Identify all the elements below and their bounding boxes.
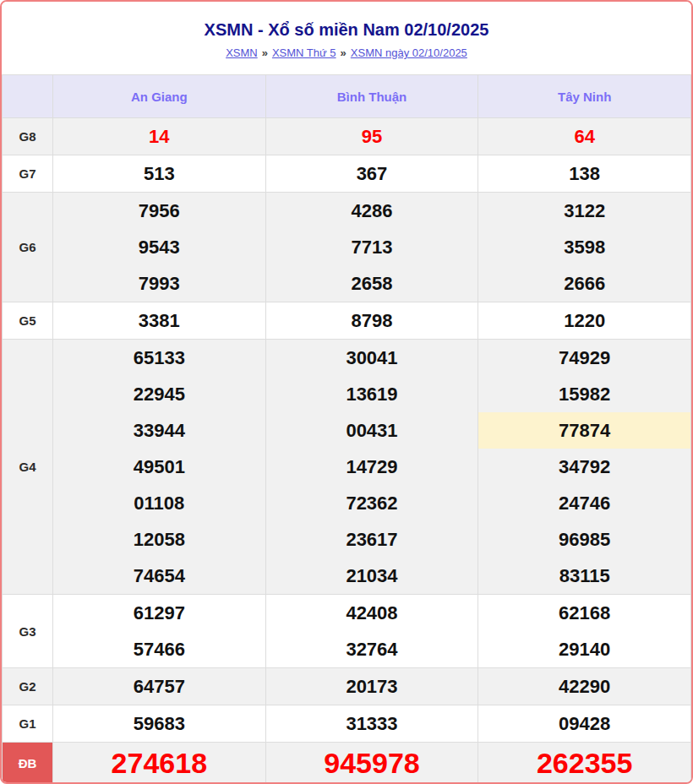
- result-cell: 513: [53, 155, 266, 193]
- result-number: 13619: [266, 376, 478, 412]
- result-number: 9543: [53, 229, 265, 265]
- breadcrumb-link-xsmn-date[interactable]: XSMN ngày 02/10/2025: [351, 46, 467, 59]
- result-number: 34792: [478, 449, 690, 485]
- result-number: 20173: [266, 668, 478, 705]
- result-number: 42408: [266, 595, 478, 631]
- result-cell: 74929 15982 77874 34792 24746 96985 8311…: [478, 340, 691, 595]
- result-number: 74654: [53, 558, 265, 594]
- jackpot-number: 262355: [478, 743, 690, 783]
- result-number: 21034: [266, 558, 478, 594]
- result-number: 22945: [53, 376, 265, 412]
- prize-row-g8: G8 14 95 64: [3, 118, 691, 155]
- result-cell: 42408 32764: [265, 595, 478, 668]
- result-number: 61297: [53, 595, 265, 631]
- result-cell: 3381: [53, 302, 266, 340]
- result-number: 14: [53, 118, 265, 155]
- result-number: 64757: [53, 668, 265, 705]
- result-number: 14729: [266, 449, 478, 485]
- page: XSMN - Xổ số miền Nam 02/10/2025 XSMN»XS…: [0, 0, 693, 784]
- result-cell: 64757: [53, 668, 266, 705]
- prize-row-g4: G4 65133 22945 33944 49501 01108 12058 7…: [3, 340, 691, 595]
- prize-row-g1: G1 59683 31333 09428: [3, 705, 691, 743]
- result-number: 7713: [266, 229, 478, 265]
- prize-label-g5: G5: [3, 302, 53, 340]
- result-number: 24746: [478, 485, 690, 521]
- result-number: 00431: [266, 412, 478, 449]
- result-cell: 138: [478, 155, 691, 193]
- result-cell: 65133 22945 33944 49501 01108 12058 7465…: [53, 340, 266, 595]
- result-number: 65133: [53, 340, 265, 376]
- result-cell: 61297 57466: [53, 595, 266, 668]
- prize-label-g1: G1: [3, 705, 53, 743]
- result-number: 3598: [478, 229, 690, 265]
- result-number: 3381: [53, 302, 265, 339]
- result-number: 8798: [266, 302, 478, 339]
- prize-label-g6: G6: [3, 193, 53, 302]
- result-number: 7956: [53, 193, 265, 229]
- result-number: 15982: [478, 376, 690, 412]
- jackpot-number: 274618: [53, 743, 265, 783]
- breadcrumb-separator: »: [262, 46, 268, 59]
- column-header-binh-thuan: Bình Thuận: [265, 75, 478, 118]
- column-header-row: An Giang Bình Thuận Tây Ninh: [3, 75, 691, 118]
- result-number: 96985: [478, 521, 690, 558]
- result-cell: 64: [478, 118, 691, 155]
- result-number: 2666: [478, 265, 690, 302]
- breadcrumb-link-xsmn-thu5[interactable]: XSMN Thứ 5: [272, 46, 336, 59]
- prize-label-g2: G2: [3, 668, 53, 705]
- result-cell: 1220: [478, 302, 691, 340]
- prize-row-g7: G7 513 367 138: [3, 155, 691, 193]
- prize-row-g2: G2 64757 20173 42290: [3, 668, 691, 705]
- result-number: 2658: [266, 265, 478, 302]
- result-number: 3122: [478, 193, 690, 229]
- result-number: 138: [478, 155, 690, 192]
- prize-row-g6: G6 7956 9543 7993 4286 7713 2658 3122 35…: [3, 193, 691, 302]
- result-number: 23617: [266, 521, 478, 558]
- page-title: XSMN - Xổ số miền Nam 02/10/2025: [2, 19, 691, 41]
- result-number: 57466: [53, 631, 265, 667]
- result-number: 72362: [266, 485, 478, 521]
- result-number: 367: [266, 155, 478, 192]
- prize-label-g8: G8: [3, 118, 53, 155]
- result-cell: 59683: [53, 705, 266, 743]
- result-cell: 30041 13619 00431 14729 72362 23617 2103…: [265, 340, 478, 595]
- result-number-highlighted: 77874: [478, 412, 690, 449]
- result-number: 30041: [266, 340, 478, 376]
- result-number: 32764: [266, 631, 478, 667]
- result-number: 42290: [478, 668, 690, 705]
- result-number: 12058: [53, 521, 265, 558]
- results-table: An Giang Bình Thuận Tây Ninh G8 14 95 64…: [2, 74, 691, 784]
- column-header-an-giang: An Giang: [53, 75, 266, 118]
- prize-label-g3: G3: [3, 595, 53, 668]
- result-cell: 367: [265, 155, 478, 193]
- result-number: 01108: [53, 485, 265, 521]
- result-cell: 7956 9543 7993: [53, 193, 266, 302]
- prize-label-db: ĐB: [3, 743, 53, 784]
- result-number: 74929: [478, 340, 690, 376]
- result-cell: 8798: [265, 302, 478, 340]
- result-number: 59683: [53, 705, 265, 742]
- result-number: 83115: [478, 558, 690, 594]
- result-number: 64: [478, 118, 690, 155]
- prize-row-g3: G3 61297 57466 42408 32764 62168 29140: [3, 595, 691, 668]
- result-number: 4286: [266, 193, 478, 229]
- lottery-result-card: XSMN - Xổ số miền Nam 02/10/2025 XSMN»XS…: [0, 0, 693, 784]
- card-header: XSMN - Xổ số miền Nam 02/10/2025 XSMN»XS…: [2, 2, 691, 74]
- result-number: 49501: [53, 449, 265, 485]
- prize-row-g5: G5 3381 8798 1220: [3, 302, 691, 340]
- result-cell: 4286 7713 2658: [265, 193, 478, 302]
- column-header-tay-ninh: Tây Ninh: [478, 75, 691, 118]
- result-number: 31333: [266, 705, 478, 742]
- result-number: 1220: [478, 302, 690, 339]
- breadcrumb-link-xsmn[interactable]: XSMN: [226, 46, 258, 59]
- result-number: 62168: [478, 595, 690, 631]
- column-header-empty: [3, 75, 53, 118]
- result-number: 95: [266, 118, 478, 155]
- result-cell: 95: [265, 118, 478, 155]
- prize-label-g4: G4: [3, 340, 53, 595]
- breadcrumb: XSMN»XSMN Thứ 5»XSMN ngày 02/10/2025: [2, 46, 691, 60]
- result-cell: 14: [53, 118, 266, 155]
- result-cell: 3122 3598 2666: [478, 193, 691, 302]
- result-cell: 945978: [265, 743, 478, 784]
- jackpot-number: 945978: [266, 743, 478, 783]
